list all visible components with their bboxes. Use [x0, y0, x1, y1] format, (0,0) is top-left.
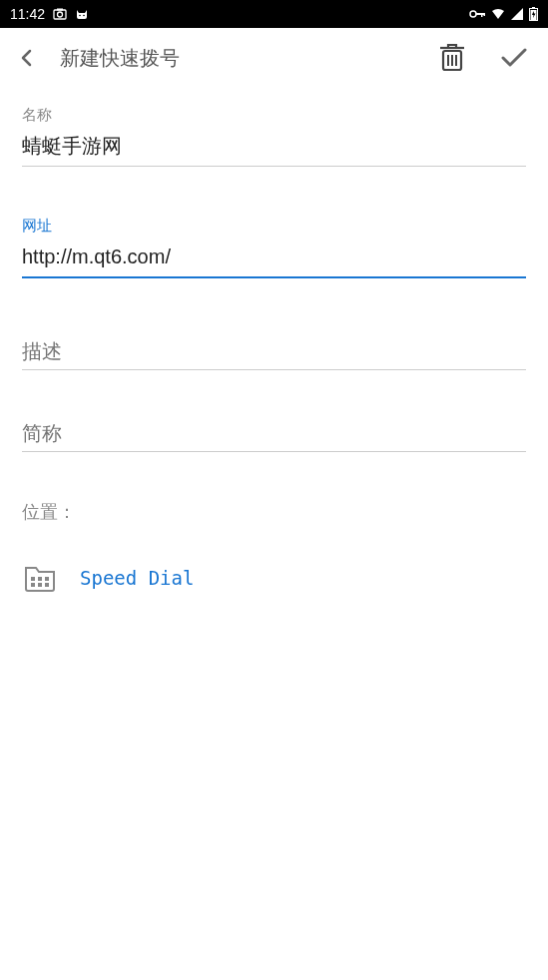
key-icon [469, 8, 485, 20]
delete-button[interactable] [430, 36, 474, 80]
form-content: 名称 网址 位置： Speed Dial [0, 88, 548, 614]
camera-icon [53, 7, 67, 21]
svg-rect-21 [45, 583, 49, 587]
svg-rect-8 [484, 13, 486, 16]
svg-rect-16 [31, 577, 35, 581]
folder-icon [24, 564, 56, 592]
location-folder-item[interactable]: Speed Dial [22, 560, 526, 596]
page-title: 新建快速拨号 [60, 45, 412, 72]
signal-icon [511, 8, 523, 20]
svg-rect-20 [38, 583, 42, 587]
check-icon [500, 47, 528, 69]
svg-rect-7 [481, 13, 483, 17]
location-label: 位置： [22, 500, 526, 524]
svg-rect-6 [476, 13, 484, 15]
svg-rect-19 [31, 583, 35, 587]
description-input[interactable] [22, 336, 526, 370]
svg-rect-17 [38, 577, 42, 581]
svg-rect-10 [532, 7, 535, 9]
url-field-group: 网址 [22, 217, 526, 278]
name-input[interactable] [22, 131, 526, 167]
svg-rect-18 [45, 577, 49, 581]
back-button[interactable] [12, 43, 42, 73]
svg-point-4 [83, 15, 85, 17]
shortname-input[interactable] [22, 418, 526, 452]
name-field-group: 名称 [22, 106, 526, 167]
url-input[interactable] [22, 242, 526, 278]
svg-rect-2 [57, 9, 63, 11]
cat-icon [75, 7, 89, 21]
app-bar: 新建快速拨号 [0, 28, 548, 88]
name-label: 名称 [22, 106, 526, 125]
status-time: 11:42 [10, 6, 45, 22]
svg-point-3 [79, 15, 81, 17]
shortname-field-group [22, 418, 526, 452]
status-bar-right [469, 7, 538, 21]
location-section: 位置： Speed Dial [22, 500, 526, 596]
battery-icon [529, 7, 538, 21]
confirm-button[interactable] [492, 36, 536, 80]
status-bar-left: 11:42 [10, 6, 89, 22]
location-folder-name: Speed Dial [80, 567, 194, 589]
wifi-icon [491, 8, 505, 20]
status-bar: 11:42 [0, 0, 548, 28]
svg-point-5 [470, 11, 476, 17]
back-icon [17, 48, 37, 68]
svg-point-1 [58, 12, 63, 17]
description-field-group [22, 336, 526, 370]
trash-icon [439, 43, 465, 73]
url-label: 网址 [22, 217, 526, 236]
